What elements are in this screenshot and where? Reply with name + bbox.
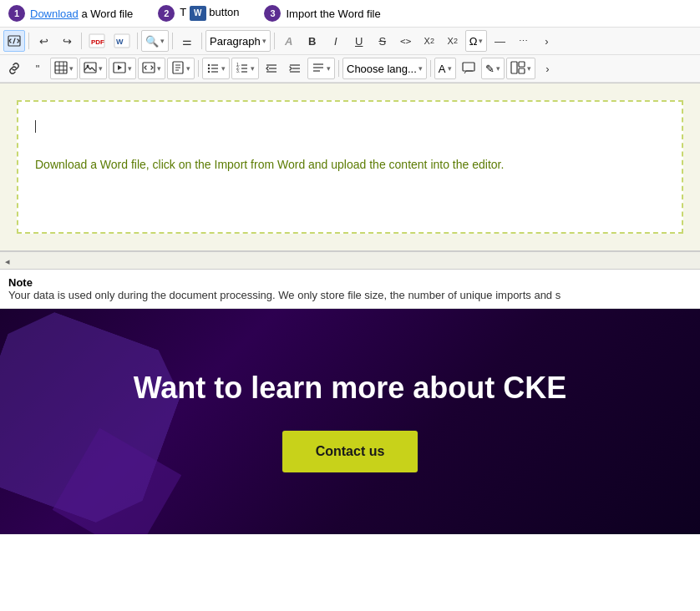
- language-dropdown[interactable]: Choose lang... ▾: [342, 58, 427, 79]
- page-break-button[interactable]: ⋯: [512, 30, 534, 52]
- separator: [338, 60, 339, 77]
- step-2-text: T W button: [180, 6, 239, 21]
- link-button[interactable]: [3, 58, 25, 79]
- text-style-button[interactable]: A: [278, 30, 300, 52]
- note-text: Your data is used only during the docume…: [8, 289, 692, 301]
- toolbar-row-1: ↩ ↪ PDF W 🔍 ▾ ⚌ Paragraph ▾ A B I U S <>…: [0, 28, 700, 55]
- comment-button[interactable]: [458, 58, 479, 79]
- download-link[interactable]: Download: [30, 8, 79, 20]
- cta-banner: Want to learn more about CKE Contact us: [0, 309, 700, 534]
- svg-point-19: [208, 67, 210, 68]
- image-dropdown[interactable]: ▾: [79, 58, 107, 79]
- note-section: Note Your data is used only during the d…: [0, 270, 700, 309]
- contact-us-button[interactable]: Contact us: [282, 431, 418, 472]
- embed-dropdown[interactable]: ▾: [138, 58, 165, 79]
- template-dropdown[interactable]: ▾: [167, 58, 195, 79]
- steps-bar: 1 Download a Word file 2 T W button 3 Im…: [0, 0, 700, 28]
- subscript-button[interactable]: X2: [418, 30, 440, 52]
- svg-rect-41: [519, 62, 525, 67]
- step-2-number: 2: [158, 5, 175, 22]
- paragraph-style-dropdown[interactable]: Paragraph ▾: [205, 30, 271, 52]
- undo-button[interactable]: ↩: [33, 30, 54, 52]
- special-chars-dropdown[interactable]: Ω ▾: [465, 30, 488, 52]
- source-view-dropdown[interactable]: ▾: [506, 58, 535, 79]
- word-icon: W: [190, 6, 206, 21]
- separator: [81, 33, 82, 49]
- separator: [198, 60, 199, 77]
- find-icon: 🔍: [145, 35, 159, 48]
- paragraph-label: Paragraph: [210, 35, 261, 48]
- code-button[interactable]: <>: [395, 30, 417, 52]
- svg-rect-40: [511, 62, 517, 73]
- svg-rect-39: [463, 63, 474, 71]
- import-word-button[interactable]: W: [110, 30, 134, 52]
- step-3: 3 Import the Word file: [264, 5, 380, 22]
- list-numbered-dropdown[interactable]: 1.2.3. ▾: [231, 58, 259, 79]
- list-bullet-dropdown[interactable]: ▾: [202, 58, 230, 79]
- export-pdf-button[interactable]: PDF: [85, 30, 109, 52]
- omega-icon: Ω: [469, 35, 478, 48]
- table-dropdown[interactable]: ▾: [50, 58, 78, 79]
- superscript-button[interactable]: X2: [442, 30, 464, 52]
- alignment-icon: [312, 61, 325, 77]
- editor-content[interactable]: Download a Word file, click on the Impor…: [17, 100, 683, 234]
- step-2: 2 T W button: [158, 5, 239, 22]
- format-icon: A: [439, 63, 446, 75]
- accessibility-button[interactable]: ⚌: [176, 30, 198, 52]
- separator: [137, 33, 138, 49]
- svg-rect-42: [519, 68, 525, 73]
- italic-button[interactable]: I: [325, 30, 347, 52]
- horizontal-line-button[interactable]: —: [489, 30, 510, 52]
- step-1-number: 1: [8, 5, 25, 22]
- step-1: 1 Download a Word file: [8, 5, 133, 22]
- step-3-text: Import the Word file: [286, 8, 380, 20]
- source-view-icon: [510, 61, 525, 77]
- note-title: Note: [8, 276, 692, 289]
- format-dropdown[interactable]: A ▾: [434, 58, 456, 79]
- cta-title: Want to learn more about CKE: [134, 371, 567, 406]
- editor-wrapper: Download a Word file, click on the Impor…: [0, 83, 700, 252]
- scroll-bar-area: ◂: [0, 252, 700, 270]
- underline-button[interactable]: U: [348, 30, 370, 52]
- svg-text:W: W: [116, 38, 124, 46]
- embed-icon: [142, 61, 155, 77]
- table-icon: [54, 61, 68, 77]
- svg-point-20: [208, 70, 210, 72]
- svg-point-18: [208, 63, 210, 65]
- separator: [430, 60, 431, 77]
- svg-rect-10: [84, 63, 96, 73]
- more-button[interactable]: ›: [535, 30, 557, 52]
- editor-placeholder-text: Download a Word file, click on the Impor…: [35, 158, 665, 171]
- annotation-icon: ✎: [485, 63, 495, 75]
- separator: [172, 33, 173, 49]
- redo-button[interactable]: ↪: [56, 30, 78, 52]
- scroll-arrow[interactable]: ◂: [5, 256, 10, 266]
- separator: [201, 33, 202, 49]
- find-replace-dropdown[interactable]: 🔍 ▾: [141, 30, 169, 52]
- toolbar-row-2: " ▾ ▾ ▾ ▾: [0, 55, 700, 83]
- svg-text:PDF: PDF: [91, 38, 104, 46]
- outdent-button[interactable]: [261, 58, 282, 79]
- bullet-list-icon: [206, 61, 220, 77]
- alignment-dropdown[interactable]: ▾: [307, 58, 335, 79]
- text-cursor: [35, 120, 36, 133]
- language-label: Choose lang...: [347, 63, 417, 75]
- media-dropdown[interactable]: ▾: [109, 58, 136, 79]
- toolbar: ↩ ↪ PDF W 🔍 ▾ ⚌ Paragraph ▾ A B I U S <>…: [0, 28, 700, 83]
- more2-button[interactable]: ›: [537, 58, 559, 79]
- separator: [274, 33, 275, 49]
- source-mode-button[interactable]: [3, 30, 25, 52]
- separator: [28, 33, 29, 49]
- blockquote-button[interactable]: ": [27, 58, 48, 79]
- media-icon: [113, 61, 126, 77]
- numbered-list-icon: 1.2.3.: [236, 61, 249, 77]
- svg-rect-5: [55, 62, 67, 73]
- indent-button[interactable]: [284, 58, 306, 79]
- svg-text:3.: 3.: [236, 68, 240, 73]
- bold-button[interactable]: B: [302, 30, 323, 52]
- strikethrough-button[interactable]: S: [372, 30, 393, 52]
- image-icon: [84, 61, 97, 77]
- template-icon: [171, 61, 185, 77]
- annotation-dropdown[interactable]: ✎ ▾: [481, 58, 505, 79]
- step-3-number: 3: [264, 5, 281, 22]
